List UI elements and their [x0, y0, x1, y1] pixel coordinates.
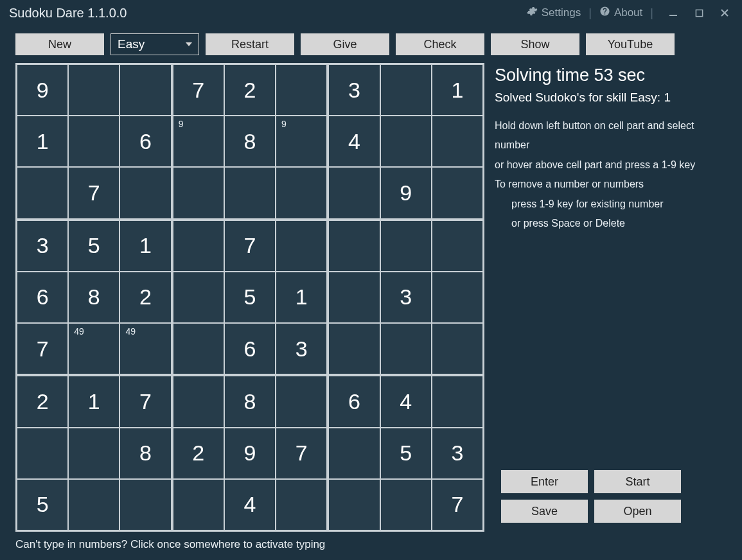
sudoku-cell[interactable]: 4 [381, 376, 431, 426]
sudoku-cell[interactable]: 6 [225, 324, 275, 374]
sudoku-cell[interactable] [276, 480, 326, 530]
sudoku-cell[interactable]: 5 [69, 221, 119, 271]
sudoku-cell[interactable] [17, 168, 67, 218]
sudoku-cell[interactable]: 6 [17, 272, 67, 322]
sudoku-cell[interactable]: 6 [120, 116, 170, 166]
sudoku-cell[interactable]: 7 [17, 324, 67, 374]
sudoku-cell[interactable]: 7 [276, 428, 326, 478]
sudoku-cell[interactable]: 5 [381, 428, 431, 478]
sudoku-cell[interactable] [173, 221, 224, 271]
cell-value: 8 [225, 376, 275, 426]
sudoku-cell[interactable]: 3 [381, 272, 431, 322]
sudoku-cell[interactable] [329, 480, 379, 530]
sudoku-cell[interactable]: 4 [329, 116, 379, 166]
sudoku-cell[interactable] [120, 65, 170, 115]
sudoku-cell[interactable] [381, 324, 431, 374]
separator: | [586, 6, 594, 20]
sudoku-cell[interactable] [173, 480, 224, 530]
about-button[interactable]: About [594, 3, 648, 22]
check-button[interactable]: Check [396, 33, 484, 55]
sudoku-cell[interactable]: 6 [329, 376, 379, 426]
sudoku-cell[interactable]: 9 [381, 168, 431, 218]
sudoku-cell[interactable]: 3 [432, 428, 482, 478]
sudoku-cell[interactable] [69, 428, 119, 478]
sudoku-cell[interactable]: 3 [276, 324, 326, 374]
sudoku-cell[interactable]: 3 [329, 65, 379, 115]
sudoku-cell[interactable] [381, 65, 431, 115]
sudoku-cell[interactable]: 49 [120, 324, 170, 374]
restart-button[interactable]: Restart [206, 33, 294, 55]
sudoku-cell[interactable] [432, 168, 482, 218]
sudoku-cell[interactable] [17, 428, 67, 478]
sudoku-cell[interactable]: 9 [17, 65, 67, 115]
sudoku-cell[interactable]: 1 [276, 272, 326, 322]
sudoku-cell[interactable]: 7 [69, 168, 119, 218]
sudoku-cell[interactable]: 7 [225, 221, 275, 271]
sudoku-cell[interactable]: 1 [69, 376, 119, 426]
sudoku-cell[interactable]: 3 [17, 221, 67, 271]
sudoku-cell[interactable] [329, 168, 379, 218]
sudoku-cell[interactable] [329, 221, 379, 271]
sudoku-cell[interactable]: 8 [225, 376, 275, 426]
sudoku-cell[interactable]: 49 [69, 324, 119, 374]
enter-button[interactable]: Enter [501, 470, 588, 493]
sudoku-cell[interactable] [381, 221, 431, 271]
sudoku-cell[interactable] [432, 116, 482, 166]
settings-button[interactable]: Settings [522, 3, 586, 22]
close-button[interactable] [716, 4, 733, 21]
sudoku-cell[interactable]: 7 [173, 65, 224, 115]
maximize-button[interactable] [691, 4, 707, 21]
sudoku-cell[interactable] [276, 65, 326, 115]
sudoku-cell[interactable]: 8 [69, 272, 119, 322]
sudoku-cell[interactable] [329, 324, 379, 374]
sudoku-cell[interactable]: 7 [120, 376, 170, 426]
sudoku-cell[interactable]: 9 [173, 116, 224, 166]
sudoku-cell[interactable] [225, 168, 275, 218]
sudoku-cell[interactable] [432, 221, 482, 271]
sudoku-cell[interactable] [329, 428, 379, 478]
sudoku-cell[interactable] [381, 480, 431, 530]
sudoku-cell[interactable]: 5 [17, 480, 67, 530]
sudoku-cell[interactable] [120, 168, 170, 218]
sudoku-cell[interactable]: 9 [276, 116, 326, 166]
sudoku-cell[interactable]: 2 [120, 272, 170, 322]
sudoku-cell[interactable] [276, 168, 326, 218]
sudoku-cell[interactable] [276, 376, 326, 426]
sudoku-cell[interactable]: 1 [120, 221, 170, 271]
sudoku-cell[interactable]: 1 [17, 116, 67, 166]
sudoku-cell[interactable]: 7 [432, 480, 482, 530]
sudoku-cell[interactable]: 4 [225, 480, 275, 530]
sudoku-cell[interactable] [173, 324, 224, 374]
sudoku-cell[interactable] [120, 480, 170, 530]
sudoku-cell[interactable]: 2 [173, 428, 224, 478]
sudoku-cell[interactable] [432, 272, 482, 322]
difficulty-dropdown[interactable]: Easy [110, 33, 199, 55]
sudoku-cell[interactable]: 8 [225, 116, 275, 166]
give-button[interactable]: Give [301, 33, 389, 55]
minimize-button[interactable] [665, 4, 682, 21]
sudoku-cell[interactable] [173, 272, 224, 322]
sudoku-cell[interactable] [69, 480, 119, 530]
sudoku-cell[interactable] [69, 65, 119, 115]
sudoku-cell[interactable]: 9 [225, 428, 275, 478]
sudoku-box: 82974 [173, 376, 327, 530]
new-button[interactable]: New [15, 33, 104, 55]
open-button[interactable]: Open [594, 500, 681, 523]
sudoku-cell[interactable] [329, 272, 379, 322]
save-button[interactable]: Save [501, 500, 588, 523]
sudoku-cell[interactable] [69, 116, 119, 166]
sudoku-cell[interactable]: 5 [225, 272, 275, 322]
sudoku-cell[interactable] [432, 324, 482, 374]
sudoku-cell[interactable]: 1 [432, 65, 482, 115]
sudoku-cell[interactable]: 2 [17, 376, 67, 426]
sudoku-cell[interactable] [276, 221, 326, 271]
sudoku-cell[interactable] [173, 376, 224, 426]
sudoku-cell[interactable] [432, 376, 482, 426]
sudoku-cell[interactable]: 8 [120, 428, 170, 478]
start-button[interactable]: Start [594, 470, 681, 493]
show-button[interactable]: Show [491, 33, 579, 55]
sudoku-cell[interactable]: 2 [225, 65, 275, 115]
sudoku-cell[interactable] [173, 168, 224, 218]
youtube-button[interactable]: YouTube [586, 33, 675, 55]
sudoku-cell[interactable] [381, 116, 431, 166]
